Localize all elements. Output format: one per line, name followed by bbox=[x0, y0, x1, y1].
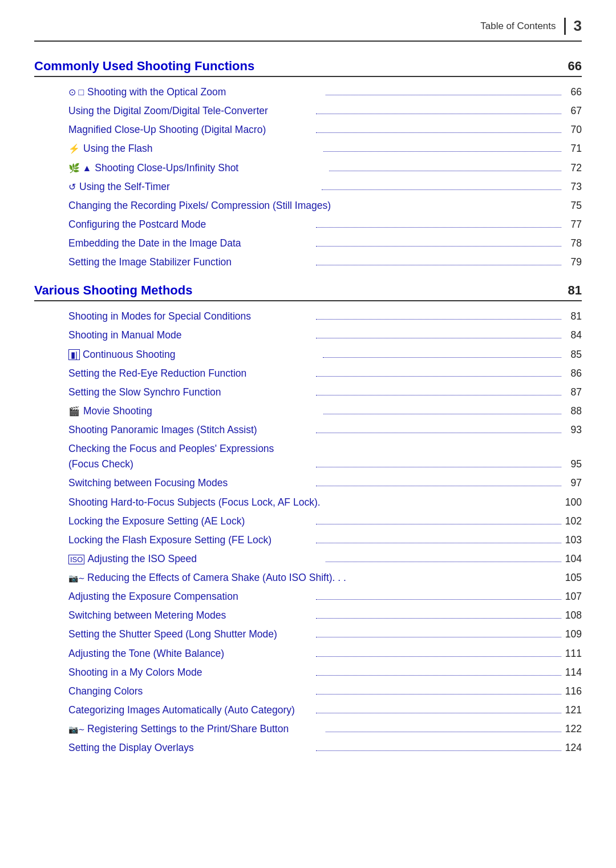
toc-page-num: 116 bbox=[564, 684, 582, 699]
list-item[interactable]: Categorizing Images Automatically (Auto … bbox=[34, 701, 582, 720]
toc-label: Using the Flash bbox=[83, 141, 321, 156]
toc-page-num: 108 bbox=[564, 608, 582, 623]
flash-icon: ⚡ bbox=[68, 142, 80, 156]
section-commonly-used-heading: Commonly Used Shooting Functions 66 bbox=[34, 59, 582, 77]
toc-dots bbox=[316, 656, 561, 657]
toc-label: Changing the Recording Pixels/ Compressi… bbox=[68, 198, 559, 213]
toc-dots bbox=[326, 732, 562, 732]
toc-page-num: 77 bbox=[564, 217, 582, 232]
list-item[interactable]: 📷∼ Registering Settings to the Print/Sha… bbox=[34, 720, 582, 738]
section-various-shooting-title: Various Shooting Methods bbox=[34, 283, 192, 298]
list-item[interactable]: ▮| Continuous Shooting 85 bbox=[34, 345, 582, 364]
toc-dots bbox=[316, 376, 561, 377]
list-item[interactable]: ISO Adjusting the ISO Speed 104 bbox=[34, 550, 582, 568]
toc-page-num: 104 bbox=[564, 551, 582, 567]
list-item[interactable]: Switching between Metering Modes 108 bbox=[34, 606, 582, 625]
toc-label-continuous-shooting: Continuous Shooting bbox=[83, 347, 321, 362]
toc-page-num: 81 bbox=[564, 309, 582, 324]
list-item[interactable]: Checking the Focus and Peoples' Expressi… bbox=[34, 439, 582, 474]
list-item[interactable]: Changing Colors 116 bbox=[34, 682, 582, 701]
toc-page-num: 102 bbox=[564, 514, 582, 529]
toc-dots bbox=[316, 395, 561, 395]
toc-page-num: 79 bbox=[564, 255, 582, 270]
list-item[interactable]: Using the Digital Zoom/Digital Tele-Conv… bbox=[34, 102, 582, 120]
list-item[interactable]: Setting the Display Overlays 124 bbox=[34, 738, 582, 757]
list-item[interactable]: ⊙ □ Shooting with the Optical Zoom 66 bbox=[34, 83, 582, 102]
list-item[interactable]: Adjusting the Tone (White Balance) 111 bbox=[34, 644, 582, 663]
list-item[interactable]: Shooting in Modes for Special Conditions… bbox=[34, 307, 582, 326]
page-header: Table of Contents 3 bbox=[34, 17, 582, 42]
toc-page-num: 67 bbox=[564, 103, 582, 119]
list-item[interactable]: Locking the Exposure Setting (AE Lock) 1… bbox=[34, 512, 582, 531]
continuous-shooting-icon: ▮| bbox=[68, 349, 80, 360]
camera-shake-icon: 📷∼ bbox=[68, 572, 85, 585]
toc-label: Locking the Exposure Setting (AE Lock) bbox=[68, 514, 314, 529]
toc-page-num: 85 bbox=[564, 347, 582, 362]
list-item[interactable]: Setting the Image Stabilizer Function 79 bbox=[34, 253, 582, 272]
toc-label: Setting the Red-Eye Reduction Function bbox=[68, 366, 314, 381]
list-item[interactable]: Shooting Hard-to-Focus Subjects (Focus L… bbox=[34, 493, 582, 512]
toc-label: Reducing the Effects of Camera Shake (Au… bbox=[87, 570, 562, 586]
toc-label: Movie Shooting bbox=[83, 403, 321, 419]
toc-page-num: 84 bbox=[564, 328, 582, 343]
list-item[interactable]: Switching between Focusing Modes 97 bbox=[34, 474, 582, 492]
section-various-shooting-page: 81 bbox=[568, 283, 582, 298]
toc-label: Switching between Metering Modes bbox=[68, 608, 314, 623]
toc-page-num: 107 bbox=[564, 589, 582, 604]
toc-label: Shooting with the Optical Zoom bbox=[87, 84, 323, 100]
section-commonly-used-page: 66 bbox=[568, 59, 582, 74]
toc-label: Using the Self-Timer bbox=[79, 179, 319, 195]
list-item[interactable]: Setting the Shutter Speed (Long Shutter … bbox=[34, 625, 582, 644]
optical-zoom-icon: ⊙ □ bbox=[68, 86, 84, 100]
section-various-shooting-heading: Various Shooting Methods 81 bbox=[34, 283, 582, 301]
list-item[interactable]: Configuring the Postcard Mode 77 bbox=[34, 215, 582, 234]
toc-label: Adjusting the ISO Speed bbox=[87, 551, 323, 567]
list-item[interactable]: ↺ Using the Self-Timer 73 bbox=[34, 177, 582, 196]
list-item[interactable]: Adjusting the Exposure Compensation 107 bbox=[34, 587, 582, 606]
toc-dots bbox=[329, 171, 561, 171]
self-timer-icon: ↺ bbox=[68, 180, 76, 195]
toc-dots bbox=[316, 246, 561, 247]
list-item[interactable]: 📷∼ Reducing the Effects of Camera Shake … bbox=[34, 568, 582, 587]
list-item[interactable]: Setting the Red-Eye Reduction Function 8… bbox=[34, 364, 582, 383]
toc-dots bbox=[316, 227, 561, 228]
list-item[interactable]: ⚡ Using the Flash 71 bbox=[34, 139, 582, 158]
toc-label: Setting the Display Overlays bbox=[68, 740, 314, 756]
section-commonly-used-title: Commonly Used Shooting Functions bbox=[34, 59, 254, 74]
toc-page-num: 105 bbox=[564, 570, 582, 586]
toc-label: Adjusting the Tone (White Balance) bbox=[68, 646, 314, 661]
toc-dots bbox=[326, 562, 561, 562]
list-item[interactable]: 🌿 ▲ Shooting Close-Ups/Infinity Shot 72 bbox=[34, 159, 582, 177]
toc-dots bbox=[323, 414, 561, 414]
toc-page-num: 121 bbox=[564, 703, 582, 718]
toc-dots bbox=[323, 151, 561, 152]
list-item[interactable]: Locking the Flash Exposure Setting (FE L… bbox=[34, 531, 582, 550]
closeup-infinity-icon: 🌿 ▲ bbox=[68, 162, 91, 176]
header-toc-label: Table of Contents bbox=[480, 21, 556, 32]
toc-dots bbox=[316, 319, 561, 320]
toc-label: Checking the Focus and Peoples' Expressi… bbox=[68, 441, 582, 457]
toc-dots bbox=[322, 189, 562, 190]
toc-page-num: 114 bbox=[564, 665, 582, 680]
toc-label: Categorizing Images Automatically (Auto … bbox=[68, 703, 314, 718]
list-item[interactable]: Magnified Close-Up Shooting (Digital Mac… bbox=[34, 120, 582, 139]
list-item[interactable]: Shooting in Manual Mode 84 bbox=[34, 326, 582, 345]
toc-dots bbox=[316, 543, 561, 543]
toc-label: Shooting in Modes for Special Conditions bbox=[68, 309, 314, 324]
toc-dots bbox=[326, 95, 561, 95]
list-item[interactable]: 🎬 Movie Shooting 88 bbox=[34, 402, 582, 421]
list-item[interactable]: Embedding the Date in the Image Data 78 bbox=[34, 234, 582, 253]
toc-dots bbox=[316, 694, 561, 695]
page-container: Table of Contents 3 Commonly Used Shooti… bbox=[0, 0, 616, 868]
toc-page-num: 88 bbox=[564, 403, 582, 419]
toc-dots bbox=[316, 433, 561, 433]
list-item[interactable]: Setting the Slow Synchro Function 87 bbox=[34, 383, 582, 402]
list-item[interactable]: Shooting Panoramic Images (Stitch Assist… bbox=[34, 421, 582, 439]
toc-dots bbox=[316, 486, 561, 486]
toc-label: Magnified Close-Up Shooting (Digital Mac… bbox=[68, 122, 314, 138]
toc-page-num: 103 bbox=[564, 532, 582, 548]
list-item[interactable]: Changing the Recording Pixels/ Compressi… bbox=[34, 196, 582, 215]
toc-page-num: 75 bbox=[564, 198, 582, 213]
list-item[interactable]: Shooting in a My Colors Mode 114 bbox=[34, 663, 582, 682]
toc-dots bbox=[316, 637, 561, 637]
